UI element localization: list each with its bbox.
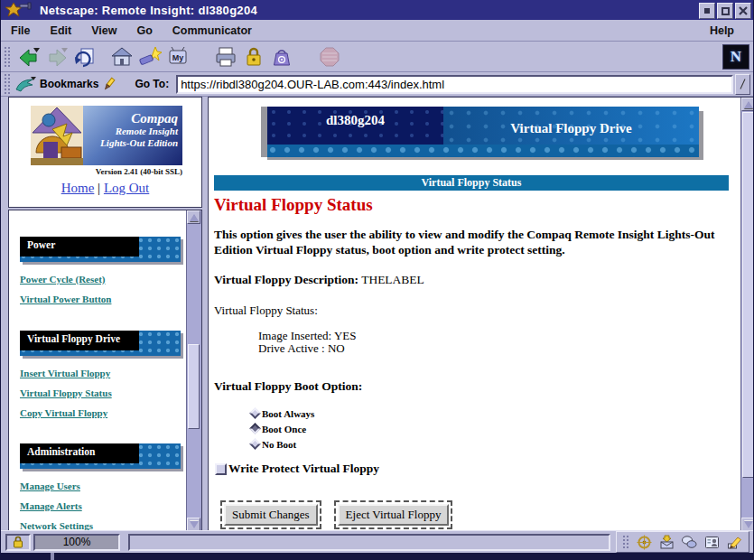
brand-line1: Compaq [83,111,178,126]
discussions-button[interactable] [678,534,701,550]
home-button[interactable] [107,44,135,70]
page-heading: Virtual Floppy Status [214,195,741,215]
address-book-button[interactable] [701,534,723,550]
forward-button[interactable] [42,44,70,70]
navigator-icon [637,535,652,550]
lock-icon [13,536,23,548]
eject-virtual-floppy-button[interactable]: Eject Virtual Floppy [338,504,450,526]
radio-icon[interactable] [249,407,261,419]
mailbox-icon [659,535,675,550]
menu-bar: File Edit View Go Communicator Help [1,20,753,42]
boot-option-always[interactable]: Boot Always [251,406,741,421]
status-message-box [128,534,610,551]
session-links: Home | Log Out [9,181,201,196]
sidebar-menu-frame: Power Power Cycle (Reset) Virtual Power … [8,210,202,532]
component-bar-grip[interactable] [622,535,628,549]
my-netscape-button[interactable]: My [163,44,191,70]
menu-edit[interactable]: Edit [41,24,82,37]
navigator-button[interactable] [633,534,656,550]
sidebar-brand-frame: Compaq Remote Insight Lights-Out Edition… [8,97,202,208]
sidebar-scrollbar[interactable] [186,210,201,531]
boot-option-no-boot-label: No Boot [262,439,296,450]
scroll-up-button[interactable] [741,98,754,111]
write-protect-row[interactable]: Write Protect Virtual Floppy [215,462,741,476]
security-status-box[interactable] [5,534,31,551]
arrow-up-icon [744,101,753,108]
menu-file[interactable]: File [1,24,41,37]
mailbox-button[interactable] [656,534,678,550]
sidebar-link-manage-alerts[interactable]: Manage Alerts [20,499,187,512]
version-text: Version 2.41 (40-bit SSL) [31,167,182,176]
netscape-logo-letter: N [731,48,741,66]
sidebar-link-virtual-floppy-status[interactable]: Virtual Floppy Status [20,387,187,399]
stop-button[interactable] [315,44,343,70]
radio-icon[interactable] [249,423,261,434]
my-netscape-icon: My [166,45,190,69]
menu-view[interactable]: View [81,24,126,37]
section-title: Administration [27,446,95,457]
main-scrollbar[interactable] [740,98,754,531]
progress-value: 100% [63,536,91,548]
section-title-bar: Virtual Floppy Status [214,175,729,191]
toolbar-grip[interactable] [4,46,10,68]
brand-text: Compaq Remote Insight Lights-Out Edition [83,106,182,165]
main-content: dl380g204 Virtual Floppy Drive Virtual F… [209,98,741,531]
sidebar-link-virtual-power-button[interactable]: Virtual Power Button [20,293,187,305]
reload-button[interactable] [70,44,98,70]
main-content-frame: dl380g204 Virtual Floppy Drive Virtual F… [208,97,754,532]
banner-texture-strip [267,145,699,157]
status-label: Virtual Floppy Status: [214,303,741,318]
description-label: Virtual Floppy Description: [214,273,358,286]
scroll-down-button[interactable] [187,518,200,531]
submit-changes-button[interactable]: Submit Changes [224,504,318,526]
menu-communicator[interactable]: Communicator [163,24,262,37]
security-button[interactable] [239,44,267,70]
location-bar-grip[interactable] [4,73,10,95]
maximize-button[interactable] [717,3,733,19]
scrollbar-thumb[interactable] [742,112,754,478]
write-protect-label: Write Protect Virtual Floppy [228,462,379,476]
back-icon [17,45,41,69]
home-icon [110,45,134,69]
goto-label: Go To: [135,78,169,90]
write-protect-checkbox[interactable] [215,463,227,475]
boot-option-once[interactable]: Boot Once [251,421,741,436]
sidebar-link-manage-users[interactable]: Manage Users [20,480,187,492]
home-link[interactable]: Home [61,181,95,195]
arrow-down-icon [744,521,753,528]
url-input[interactable] [176,75,733,94]
search-button[interactable] [135,44,163,70]
radio-icon[interactable] [249,438,261,450]
menu-go[interactable]: Go [126,24,162,37]
menu-help[interactable]: Help [700,24,744,37]
boot-option-no-boot[interactable]: No Boot [251,436,741,452]
maximize-icon [721,7,730,15]
component-bar [616,531,749,553]
arrow-up-icon [190,214,199,221]
description-value: THELABEL [358,273,424,286]
scroll-down-button[interactable] [741,518,754,531]
scrollbar-thumb[interactable] [188,344,200,429]
back-button[interactable] [14,44,42,70]
sidebar-link-power-cycle[interactable]: Power Cycle (Reset) [20,273,187,285]
print-button[interactable] [211,44,239,70]
banner-hostname: dl380g204 [267,107,443,145]
netscape-logo[interactable]: N [722,44,749,70]
bookmarks-icon[interactable] [14,76,36,92]
url-dropdown-button[interactable] [735,74,750,95]
quickfile-icon[interactable] [102,77,116,91]
sidebar-link-copy-virtual-floppy[interactable]: Copy Virtual Floppy [20,406,187,419]
titlebar[interactable]: Netscape: Remote Insight: dl380g204 [1,0,753,20]
sidebar-menu: Power Power Cycle (Reset) Virtual Power … [9,210,187,531]
close-button[interactable] [735,3,751,19]
shop-button[interactable] [267,44,295,70]
svg-text:My: My [172,52,183,61]
logout-link[interactable]: Log Out [104,181,149,195]
minimize-button[interactable] [699,3,715,19]
print-icon [214,45,237,69]
composer-button[interactable] [723,534,746,550]
sidebar-link-insert-virtual-floppy[interactable]: Insert Virtual Floppy [20,367,187,379]
bookmarks-label[interactable]: Bookmarks [40,78,98,90]
scroll-up-button[interactable] [187,210,200,224]
link-separator: | [98,181,100,195]
